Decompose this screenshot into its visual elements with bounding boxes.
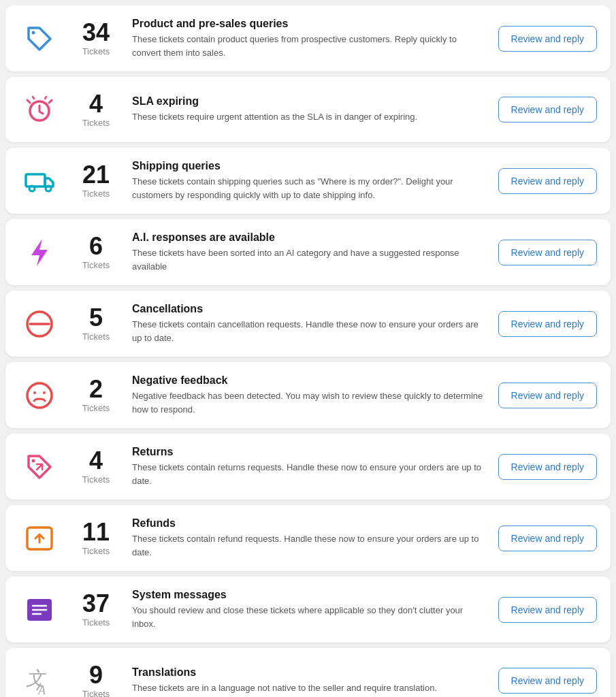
card-action-product-pre-sales: Review and reply <box>498 26 597 52</box>
svg-point-9 <box>33 391 36 394</box>
card-description-returns: These tickets contain returns requests. … <box>132 461 486 487</box>
ticket-count-returns: 4 Tickets <box>72 449 120 485</box>
card-content-ai: A.I. responses are available These ticke… <box>132 231 486 273</box>
review-reply-button-system-messages[interactable]: Review and reply <box>498 597 597 623</box>
card-action-refunds: Review and reply <box>498 525 597 551</box>
review-reply-button-translations[interactable]: Review and reply <box>498 668 597 694</box>
review-reply-button-shipping[interactable]: Review and reply <box>498 168 597 194</box>
svg-point-0 <box>32 31 35 34</box>
card-title-returns: Returns <box>132 446 486 458</box>
card-content-returns: Returns These tickets contain returns re… <box>132 446 486 487</box>
card-content-cancellations: Cancellations These tickets contain canc… <box>132 303 486 344</box>
svg-point-3 <box>29 186 35 191</box>
card-action-system-messages: Review and reply <box>498 597 597 623</box>
card-title-cancellations: Cancellations <box>132 303 486 315</box>
ticket-count-shipping: 21 Tickets <box>72 163 120 199</box>
review-reply-button-negative-feedback[interactable]: Review and reply <box>498 383 597 408</box>
card-title-refunds: Refunds <box>132 517 486 530</box>
review-reply-button-cancellations[interactable]: Review and reply <box>498 311 597 337</box>
card-action-shipping: Review and reply <box>498 168 597 194</box>
card-title-system-messages: System messages <box>132 589 486 601</box>
svg-point-10 <box>43 391 46 394</box>
bolt-icon <box>19 232 60 273</box>
card-title-sla-expiring: SLA expiring <box>132 95 486 108</box>
review-reply-button-ai[interactable]: Review and reply <box>498 240 597 265</box>
card-description-translations: These tickets are in a language not nati… <box>132 681 486 695</box>
system-icon <box>19 589 60 630</box>
svg-text:A: A <box>37 683 46 697</box>
svg-point-8 <box>27 383 52 408</box>
card-title-ai: A.I. responses are available <box>132 231 486 244</box>
category-card-system-messages: 37 Tickets System messages You should re… <box>5 577 611 643</box>
card-title-negative-feedback: Negative feedback <box>132 374 486 387</box>
ticket-count-ai: 6 Tickets <box>72 234 120 270</box>
ticket-count-refunds: 11 Tickets <box>72 520 120 556</box>
category-card-translations: 文 A 9 Tickets Translations These tickets… <box>5 648 611 697</box>
return-tag-icon <box>19 447 60 487</box>
category-card-returns: 4 Tickets Returns These tickets contain … <box>5 434 611 500</box>
translate-icon: 文 A <box>19 660 60 697</box>
cancel-icon <box>19 304 60 344</box>
card-content-sla-expiring: SLA expiring These tickets require urgen… <box>132 95 486 124</box>
review-reply-button-returns[interactable]: Review and reply <box>498 454 597 480</box>
card-description-shipping: These tickets contain shipping queries s… <box>132 175 486 201</box>
ticket-count-negative-feedback: 2 Tickets <box>72 377 120 413</box>
category-list: 34 Tickets Product and pre-sales queries… <box>0 0 616 697</box>
ticket-count-sla-expiring: 4 Tickets <box>72 92 120 128</box>
ticket-count-product-pre-sales: 34 Tickets <box>72 20 120 56</box>
card-content-refunds: Refunds These tickets contain refund req… <box>132 517 486 559</box>
card-description-system-messages: You should review and close these ticket… <box>132 604 486 630</box>
card-content-translations: Translations These tickets are in a lang… <box>132 666 486 695</box>
card-title-shipping: Shipping queries <box>132 160 486 172</box>
card-content-product-pre-sales: Product and pre-sales queries These tick… <box>132 18 486 59</box>
card-description-negative-feedback: Negative feedback has been detected. You… <box>132 389 486 416</box>
review-reply-button-product-pre-sales[interactable]: Review and reply <box>498 26 597 52</box>
category-card-sla-expiring: 4 Tickets SLA expiring These tickets req… <box>5 77 611 142</box>
refund-icon <box>19 518 60 559</box>
category-card-refunds: 11 Tickets Refunds These tickets contain… <box>5 505 611 571</box>
category-card-shipping: 21 Tickets Shipping queries These ticket… <box>5 148 611 214</box>
svg-point-11 <box>32 459 35 462</box>
svg-rect-2 <box>26 174 45 187</box>
card-content-system-messages: System messages You should review and cl… <box>132 589 486 630</box>
ticket-count-system-messages: 37 Tickets <box>72 591 120 628</box>
truck-icon <box>19 161 60 201</box>
review-reply-button-sla-expiring[interactable]: Review and reply <box>498 97 597 123</box>
card-action-returns: Review and reply <box>498 454 597 480</box>
card-action-translations: Review and reply <box>498 668 597 694</box>
card-content-shipping: Shipping queries These tickets contain s… <box>132 160 486 201</box>
card-content-negative-feedback: Negative feedback Negative feedback has … <box>132 374 486 416</box>
card-description-cancellations: These tickets contain cancellation reque… <box>132 318 486 344</box>
card-title-product-pre-sales: Product and pre-sales queries <box>132 18 486 30</box>
card-description-sla-expiring: These tickets require urgent attention a… <box>132 110 486 124</box>
card-action-negative-feedback: Review and reply <box>498 383 597 408</box>
review-reply-button-refunds[interactable]: Review and reply <box>498 525 597 551</box>
category-card-product-pre-sales: 34 Tickets Product and pre-sales queries… <box>5 5 611 71</box>
card-description-product-pre-sales: These tickets contain product queries fr… <box>132 33 486 59</box>
card-description-refunds: These tickets contain refund requests. H… <box>132 532 486 559</box>
card-action-ai: Review and reply <box>498 240 597 265</box>
alarm-icon <box>19 89 60 130</box>
svg-marker-5 <box>31 239 48 266</box>
card-description-ai: These tickets have been sorted into an A… <box>132 246 486 273</box>
category-card-ai: 6 Tickets A.I. responses are available T… <box>5 219 611 285</box>
card-action-sla-expiring: Review and reply <box>498 97 597 123</box>
category-card-negative-feedback: 2 Tickets Negative feedback Negative fee… <box>5 362 611 428</box>
svg-point-4 <box>46 186 51 191</box>
ticket-count-translations: 9 Tickets <box>72 663 120 698</box>
category-card-cancellations: 5 Tickets Cancellations These tickets co… <box>5 291 611 357</box>
card-action-cancellations: Review and reply <box>498 311 597 337</box>
sad-icon <box>19 375 60 416</box>
card-title-translations: Translations <box>132 666 486 679</box>
tag-icon <box>19 18 60 59</box>
ticket-count-cancellations: 5 Tickets <box>72 306 120 342</box>
